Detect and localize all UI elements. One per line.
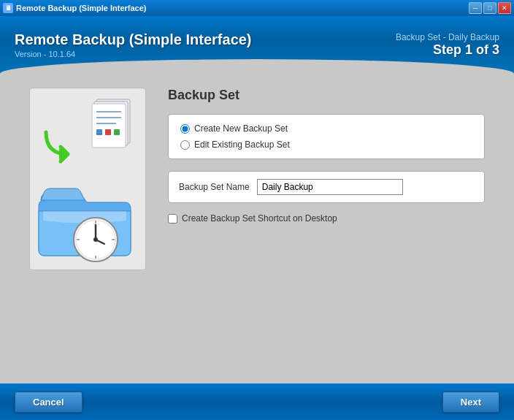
shortcut-checkbox[interactable] xyxy=(168,214,177,224)
minimize-button[interactable]: ─ xyxy=(469,2,482,14)
green-arrow-icon xyxy=(39,129,83,165)
footer: Cancel Next xyxy=(0,383,514,420)
app-title: Remote Backup (Simple Interface) xyxy=(15,31,252,48)
header-left: Remote Backup (Simple Interface) Version… xyxy=(15,31,252,58)
svg-point-15 xyxy=(93,237,98,242)
backup-name-box: Backup Set Name xyxy=(168,171,485,203)
svg-rect-8 xyxy=(114,129,120,135)
shortcut-option[interactable]: Create Backup Set Shortcut on Desktop xyxy=(168,213,485,224)
clock-icon xyxy=(72,216,120,264)
step-label: Step 1 of 3 xyxy=(396,42,499,58)
title-bar: 🖥 Remote Backup (Simple Interface) ─ □ ✕ xyxy=(0,0,514,16)
create-new-radio[interactable] xyxy=(180,124,190,134)
maximize-button[interactable]: □ xyxy=(483,2,496,14)
close-button[interactable]: ✕ xyxy=(498,2,511,14)
create-new-option[interactable]: Create New Backup Set xyxy=(180,123,472,134)
title-bar-controls: ─ □ ✕ xyxy=(469,2,511,14)
right-panel: Backup Set Create New Backup Set Edit Ex… xyxy=(168,88,485,224)
documents-icon xyxy=(91,96,142,154)
edit-existing-radio[interactable] xyxy=(180,140,190,150)
app-icon: 🖥 xyxy=(3,3,13,13)
cancel-button[interactable]: Cancel xyxy=(15,392,83,413)
title-bar-left: 🖥 Remote Backup (Simple Interface) xyxy=(3,3,147,13)
edit-existing-label: Edit Existing Backup Set xyxy=(194,140,290,150)
svg-rect-7 xyxy=(105,129,111,135)
backup-name-input[interactable] xyxy=(257,179,403,195)
illustration-panel xyxy=(29,88,146,270)
window-title: Remote Backup (Simple Interface) xyxy=(16,4,147,12)
header-curve xyxy=(0,59,514,74)
app-version: Version - 10.1.64 xyxy=(15,50,252,58)
svg-rect-6 xyxy=(96,129,102,135)
main-content: Backup Set Create New Backup Set Edit Ex… xyxy=(0,73,514,383)
backup-name-label: Backup Set Name xyxy=(179,182,250,192)
svg-rect-2 xyxy=(92,104,126,148)
panel-title: Backup Set xyxy=(168,88,485,103)
create-new-label: Create New Backup Set xyxy=(194,123,288,134)
edit-existing-option[interactable]: Edit Existing Backup Set xyxy=(180,140,472,150)
next-button[interactable]: Next xyxy=(442,392,499,413)
shortcut-label: Create Backup Set Shortcut on Desktop xyxy=(182,213,337,224)
backup-options-box: Create New Backup Set Edit Existing Back… xyxy=(168,114,485,159)
backup-set-label: Backup Set - Daily Backup xyxy=(396,32,499,42)
header-right: Backup Set - Daily Backup Step 1 of 3 xyxy=(396,32,499,58)
header: Remote Backup (Simple Interface) Version… xyxy=(0,16,514,73)
